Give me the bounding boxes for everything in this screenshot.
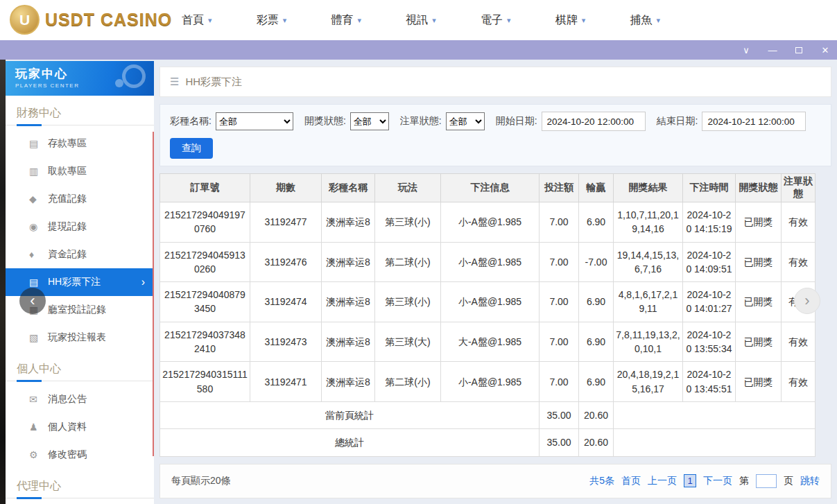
chevron-down-icon: ▾ — [208, 16, 212, 25]
logo-text: USDT CASINO — [45, 10, 172, 30]
table-cell: 有效 — [782, 242, 816, 282]
sidebar-item[interactable]: ◉提現記錄 — [6, 213, 154, 241]
table-cell: 20,4,18,19,2,15,16,17 — [614, 362, 683, 402]
deposit-card-icon: ▤ — [29, 138, 48, 149]
sidebar-item-label: 個人資料 — [48, 421, 87, 433]
table-cell: 2024-10-20 13:45:51 — [683, 362, 736, 402]
nav-item-label: 捕魚 — [630, 13, 652, 28]
section-underline — [6, 125, 154, 125]
close-icon[interactable]: ✕ — [820, 46, 830, 55]
breadcrumb: ☰ HH彩票下注 — [159, 67, 831, 97]
summary-bet-total: 35.00 — [540, 401, 579, 428]
jump-button[interactable]: 跳转 — [800, 475, 820, 487]
nav-item[interactable]: 捕魚▾ — [630, 13, 660, 28]
table-cell: 2024-10-20 14:15:19 — [683, 202, 736, 243]
logo[interactable]: U USDT CASINO — [10, 5, 172, 35]
nav-item-label: 首頁 — [182, 13, 204, 28]
table-cell: 31192476 — [250, 242, 322, 282]
lottery-name-select[interactable]: 全部 — [216, 112, 293, 130]
summary-label: 總統計 — [160, 429, 540, 456]
draw-status-label: 開獎狀態: — [304, 115, 346, 128]
table-wrapper: 訂單號期數彩種名稱玩法下注信息投注額輸贏開獎結果下注時間開獎狀態注單狀態2152… — [159, 173, 831, 457]
first-page-link[interactable]: 首页 — [621, 475, 641, 487]
table-cell: 31192477 — [250, 202, 322, 243]
gear-icon: ⚙ — [29, 449, 48, 460]
section-header: 個人中心 — [6, 351, 154, 381]
summary-bet-total: 35.00 — [540, 429, 579, 456]
sidebar-item[interactable]: ▥取款專區 — [6, 157, 154, 185]
search-button[interactable]: 查詢 — [170, 138, 213, 159]
chevron-down-icon: ▾ — [283, 16, 287, 25]
end-date-input[interactable] — [702, 112, 806, 131]
table-cell: 6.90 — [579, 362, 614, 402]
summary-label: 當前頁統計 — [160, 401, 540, 428]
withdrawal-record-icon: ◉ — [29, 221, 48, 232]
table-cell: 澳洲幸运8 — [322, 242, 375, 282]
prev-page-link[interactable]: 上一页 — [648, 475, 677, 487]
collapse-icon[interactable]: ∨ — [741, 46, 751, 55]
page-jump-input[interactable] — [756, 474, 777, 488]
sidebar-item-label: 廳室投註記錄 — [48, 304, 106, 316]
summary-row: 總統計35.0020.60 — [160, 429, 816, 456]
table-cell: 小-A盤@1.985 — [441, 282, 540, 322]
nav-item[interactable]: 體育▾ — [331, 13, 361, 28]
logo-coin-icon: U — [10, 5, 40, 35]
summary-empty — [614, 429, 816, 456]
table-footer: 每頁顯示20條 共5条 首页 上一页 1 下一页 第 页 跳转 — [159, 464, 831, 498]
table-cell: 已開獎 — [736, 242, 782, 282]
nav-item-label: 棋牌 — [555, 13, 578, 28]
jump-prefix: 第 — [739, 475, 749, 487]
table-cell: 4,8,1,6,17,2,19,11 — [614, 282, 683, 322]
table-header-cell: 下注信息 — [441, 174, 540, 202]
table-cell: 2024-10-20 13:55:34 — [683, 322, 736, 362]
table-cell: 6.90 — [579, 282, 614, 322]
sidebar-item[interactable]: ▧玩家投注報表 — [6, 324, 154, 351]
main-menu: 首頁▾彩票▾體育▾視訊▾電子▾棋牌▾捕魚▾ — [182, 0, 660, 40]
table-cell: 澳洲幸运8 — [322, 282, 375, 322]
nav-item[interactable]: 首頁▾ — [182, 13, 212, 28]
maximize-box — [795, 47, 802, 53]
table-cell: 31192474 — [250, 282, 322, 322]
table-cell: 6.90 — [579, 202, 614, 243]
draw-status-select[interactable]: 全部 — [350, 112, 389, 130]
player-report-icon: ▧ — [29, 332, 48, 343]
maximize-icon[interactable] — [794, 46, 804, 55]
funds-record-icon: ♦ — [29, 249, 48, 260]
table-cell: 第三球(小) — [375, 202, 441, 243]
sidebar-item[interactable]: ♟個人資料 — [6, 413, 154, 441]
sidebar-item-label: 取款專區 — [48, 165, 87, 177]
start-date-input[interactable] — [542, 112, 646, 131]
sidebar-item[interactable]: ◆充值記錄 — [6, 185, 154, 213]
sidebar-scrollbar[interactable] — [153, 132, 154, 456]
sidebar-item[interactable]: ▤存款專區 — [6, 130, 154, 157]
sidebar-item-label: HH彩票下注 — [48, 276, 101, 288]
sidebar-item[interactable]: ♦資金記錄 — [6, 241, 154, 268]
table-cell: 7.00 — [540, 282, 579, 322]
nav-item[interactable]: 視訊▾ — [406, 13, 436, 28]
lottery-bet-icon: ▤ — [29, 277, 48, 288]
table-header-row: 訂單號期數彩種名稱玩法下注信息投注額輸贏開獎結果下注時間開獎狀態注單狀態 — [160, 174, 816, 202]
next-page-link[interactable]: 下一页 — [703, 475, 732, 487]
hamburger-menu-icon[interactable]: ☰ — [170, 76, 179, 88]
order-status-select[interactable]: 全部 — [446, 112, 485, 130]
table-header-cell: 下注時間 — [683, 174, 736, 202]
minimize-icon[interactable]: — — [768, 46, 777, 55]
total-count: 共5条 — [589, 475, 614, 487]
sidebar-item[interactable]: ⚙修改密碼 — [6, 441, 154, 469]
section-header: 代理中心 — [6, 469, 154, 498]
bets-table: 訂單號期數彩種名稱玩法下注信息投注額輸贏開獎結果下注時間開獎狀態注單狀態2152… — [159, 173, 816, 457]
sidebar-item[interactable]: ✉消息公告 — [6, 385, 154, 413]
nav-item[interactable]: 電子▾ — [481, 13, 511, 28]
table-header-cell: 輸贏 — [579, 174, 614, 202]
sidebar-item-label: 充值記錄 — [48, 193, 87, 205]
nav-item-label: 視訊 — [406, 13, 428, 28]
nav-item[interactable]: 彩票▾ — [257, 13, 287, 28]
slide-right-button[interactable]: › — [794, 288, 820, 314]
table-cell: 2152172940373482410 — [160, 322, 250, 362]
table-cell: 7.00 — [540, 242, 579, 282]
slide-left-button[interactable]: ‹ — [19, 288, 46, 314]
summary-winloss-total: 20.60 — [579, 429, 614, 456]
nav-item-label: 彩票 — [257, 13, 279, 28]
current-page[interactable]: 1 — [684, 474, 696, 487]
nav-item[interactable]: 棋牌▾ — [555, 13, 586, 28]
